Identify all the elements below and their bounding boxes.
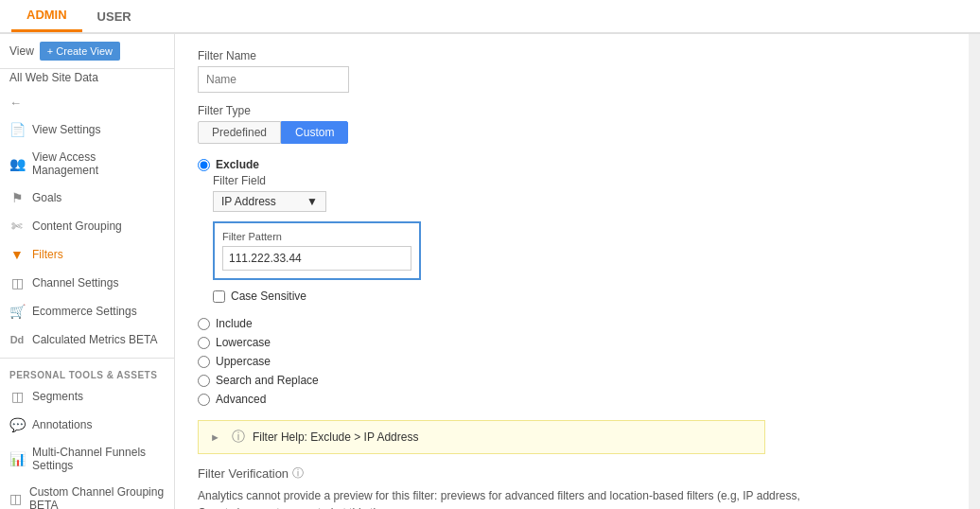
filter-verification-title: Filter Verification ⓘ: [198, 465, 946, 482]
sidebar-divider: [0, 358, 174, 359]
radio-uppercase: Uppercase: [198, 352, 946, 371]
banner-expand-icon[interactable]: ►: [210, 431, 220, 443]
filters-icon: ▼: [9, 247, 25, 262]
scrollbar[interactable]: [969, 34, 980, 509]
sidebar-label-channel-settings: Channel Settings: [32, 276, 118, 290]
top-nav: ADMIN USER: [0, 0, 980, 34]
sidebar-item-view-settings[interactable]: 📄 View Settings: [0, 115, 174, 144]
radio-lowercase: Lowercase: [198, 333, 946, 352]
radio-include: Include: [198, 314, 946, 333]
case-sensitive-checkbox[interactable]: [213, 290, 225, 303]
sidebar-label-content-grouping: Content Grouping: [32, 219, 122, 233]
sidebar-label-calculated-metrics: Calculated Metrics BETA: [32, 333, 158, 346]
radio-lowercase-input[interactable]: [198, 337, 210, 349]
sidebar-label-view-access: View Access Management: [32, 150, 165, 177]
view-settings-icon: 📄: [9, 122, 25, 137]
include-label: Include: [216, 317, 253, 330]
sidebar-label-custom-channel: Custom Channel Grouping BETA: [29, 485, 165, 509]
filter-name-section: Filter Name: [198, 49, 946, 93]
case-sensitive-label: Case Sensitive: [231, 290, 306, 303]
radio-include-input[interactable]: [198, 318, 210, 330]
radio-exclude: Exclude: [198, 155, 946, 174]
filter-verification-text: Analytics cannot provide a preview for t…: [198, 487, 841, 509]
sidebar-label-segments: Segments: [32, 390, 83, 403]
filter-verification-help-icon: ⓘ: [292, 465, 304, 482]
uppercase-label: Uppercase: [216, 355, 271, 368]
tab-predefined[interactable]: Predefined: [198, 121, 281, 144]
sidebar: View + Create View All Web Site Data ← 📄…: [0, 34, 175, 509]
multi-channel-icon: 📊: [9, 451, 25, 466]
sidebar-item-calculated-metrics[interactable]: Dd Calculated Metrics BETA: [0, 325, 174, 354]
radio-exclude-input[interactable]: [198, 159, 210, 171]
main-content: Filter Name Filter Type Predefined Custo…: [175, 34, 969, 509]
tab-admin[interactable]: ADMIN: [11, 0, 82, 32]
sidebar-item-channel-settings[interactable]: ◫ Channel Settings: [0, 269, 174, 297]
content-grouping-icon: ✄: [9, 219, 25, 234]
filter-help-text: Filter Help: Exclude > IP Address: [253, 430, 419, 444]
filter-type-label: Filter Type: [198, 104, 946, 117]
lowercase-label: Lowercase: [216, 336, 271, 349]
sidebar-item-multi-channel[interactable]: 📊 Multi-Channel Funnels Settings: [0, 439, 174, 479]
sidebar-label-goals: Goals: [32, 191, 61, 204]
sidebar-label-filters: Filters: [32, 248, 63, 261]
filter-field-dropdown[interactable]: IP Address ▼: [213, 191, 326, 212]
sidebar-label-view-settings: View Settings: [32, 123, 101, 136]
sidebar-item-goals[interactable]: ⚑ Goals: [0, 184, 174, 212]
annotations-icon: 💬: [9, 417, 25, 432]
help-circle-icon: ⓘ: [232, 429, 245, 446]
sidebar-label-annotations: Annotations: [32, 418, 92, 431]
view-label: View: [9, 44, 34, 58]
sidebar-item-ecommerce[interactable]: 🛒 Ecommerce Settings: [0, 297, 174, 325]
filter-name-label: Filter Name: [198, 49, 946, 62]
search-replace-label: Search and Replace: [216, 374, 319, 387]
segments-icon: ◫: [9, 389, 25, 404]
goals-icon: ⚑: [9, 190, 25, 205]
filter-help-banner: ► ⓘ Filter Help: Exclude > IP Address: [198, 420, 765, 454]
filter-pattern-input[interactable]: [222, 246, 411, 271]
sidebar-view-name: All Web Site Data: [0, 69, 174, 90]
view-access-icon: 👥: [9, 156, 25, 171]
radio-uppercase-input[interactable]: [198, 356, 210, 368]
back-icon: ←: [9, 96, 22, 110]
exclude-label: Exclude: [216, 158, 259, 171]
radio-advanced: Advanced: [198, 390, 946, 409]
case-sensitive-option: Case Sensitive: [213, 286, 946, 307]
sidebar-item-segments[interactable]: ◫ Segments: [0, 382, 174, 411]
filter-name-input[interactable]: [198, 66, 349, 93]
sidebar-item-view-access[interactable]: 👥 View Access Management: [0, 144, 174, 184]
radio-advanced-input[interactable]: [198, 394, 210, 406]
filter-verification-section: Filter Verification ⓘ Analytics cannot p…: [198, 465, 946, 509]
custom-channel-icon: ◫: [9, 491, 22, 506]
exclude-section: Filter Field IP Address ▼ Filter Pattern…: [213, 174, 946, 307]
filter-field-label: Filter Field: [213, 174, 946, 187]
radio-search-replace: Search and Replace: [198, 371, 946, 390]
sidebar-label-multi-channel: Multi-Channel Funnels Settings: [32, 446, 165, 472]
dropdown-arrow-icon: ▼: [306, 195, 318, 208]
filter-pattern-box: Filter Pattern: [213, 221, 421, 280]
tab-user[interactable]: USER: [82, 0, 147, 32]
filter-verification-label: Filter Verification: [198, 466, 289, 481]
tab-custom[interactable]: Custom: [281, 121, 348, 144]
sidebar-item-filters[interactable]: ▼ Filters: [0, 240, 174, 269]
back-button[interactable]: ←: [0, 90, 174, 115]
create-view-button[interactable]: + Create View: [40, 42, 120, 61]
filter-field-value: IP Address: [221, 195, 276, 208]
ecommerce-icon: 🛒: [9, 304, 25, 319]
sidebar-label-ecommerce: Ecommerce Settings: [32, 305, 137, 318]
sidebar-item-content-grouping[interactable]: ✄ Content Grouping: [0, 212, 174, 240]
filter-type-tabs: Predefined Custom: [198, 121, 946, 144]
filter-pattern-label: Filter Pattern: [222, 231, 411, 242]
advanced-label: Advanced: [216, 393, 266, 406]
channel-settings-icon: ◫: [9, 275, 25, 290]
filter-options: Exclude Filter Field IP Address ▼ Filter…: [198, 155, 946, 409]
filter-type-section: Filter Type Predefined Custom: [198, 104, 946, 144]
sidebar-item-annotations[interactable]: 💬 Annotations: [0, 411, 174, 439]
personal-section-header: PERSONAL TOOLS & ASSETS: [0, 362, 174, 382]
calc-metrics-icon: Dd: [9, 332, 25, 347]
sidebar-item-custom-channel[interactable]: ◫ Custom Channel Grouping BETA: [0, 479, 174, 509]
sidebar-view-section: View + Create View: [0, 34, 174, 69]
radio-search-replace-input[interactable]: [198, 375, 210, 387]
